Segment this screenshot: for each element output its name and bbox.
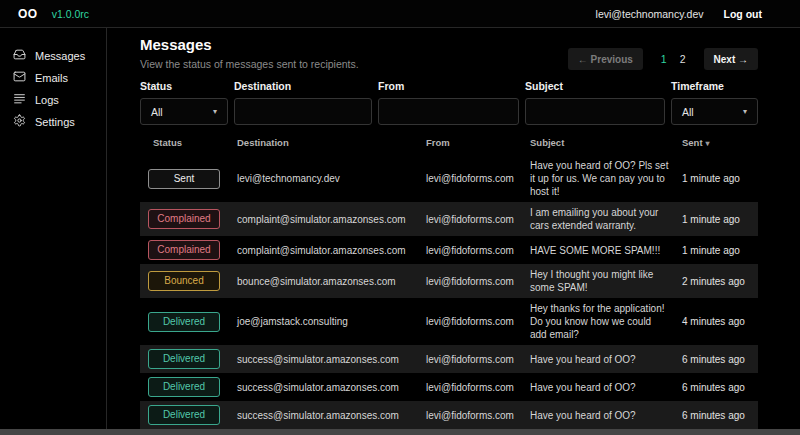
filter-from: From <box>378 80 519 125</box>
column-header-from: From <box>426 137 530 148</box>
status-badge: Delivered <box>148 377 220 397</box>
row-subject: Have you heard of OO? <box>530 353 682 366</box>
filter-status: Status All ▾ <box>140 80 228 125</box>
row-destination: complaint@simulator.amazonses.com <box>237 245 426 256</box>
cell-status: Complained <box>140 209 237 229</box>
row-destination: success@simulator.amazonses.com <box>237 410 426 421</box>
row-from: levi@fidoforms.com <box>426 245 530 256</box>
page-header: Messages View the status of messages sen… <box>140 36 359 71</box>
row-subject: Have you heard of OO? <box>530 381 682 394</box>
sidebar-item-emails[interactable]: Emails <box>13 71 106 85</box>
filter-label-from: From <box>378 80 519 93</box>
next-page-button[interactable]: Next → <box>704 48 758 70</box>
topbar: OO v1.0.0rc levi@technomancy.dev Log out <box>0 0 800 28</box>
cell-status: Delivered <box>140 312 237 332</box>
column-header-sent[interactable]: Sent▾ <box>682 137 758 148</box>
app-logo: OO <box>18 7 38 21</box>
table-rows: Sent levi@technomancy.dev levi@fidoforms… <box>140 155 758 435</box>
sidebar-item-settings[interactable]: Settings <box>13 115 106 129</box>
filter-bar: Status All ▾ Destination From Subject Ti… <box>140 80 758 125</box>
mail-icon <box>13 69 26 87</box>
page-subtitle: View the status of messages sent to reci… <box>140 57 359 71</box>
sidebar-item-logs[interactable]: Logs <box>13 93 106 107</box>
status-select-value: All <box>151 106 163 118</box>
filter-label-status: Status <box>140 80 228 93</box>
table-row: Delivered success@simulator.amazonses.co… <box>140 345 758 373</box>
row-sent: 6 minutes ago <box>682 410 758 421</box>
cell-status: Delivered <box>140 377 237 397</box>
page-number-2[interactable]: 2 <box>680 53 686 65</box>
table-row: Bounced bounce@simulator.amazonses.com l… <box>140 264 758 298</box>
status-badge: Bounced <box>148 271 220 291</box>
row-subject: Hey thanks for the application! Do you k… <box>530 302 682 341</box>
version-label: v1.0.0rc <box>52 8 89 20</box>
sidebar-item-label: Emails <box>35 72 68 84</box>
row-from: levi@fidoforms.com <box>426 382 530 393</box>
row-from: levi@fidoforms.com <box>426 410 530 421</box>
row-destination: bounce@simulator.amazonses.com <box>237 276 426 287</box>
filter-subject: Subject <box>525 80 665 125</box>
cell-status: Delivered <box>140 405 237 425</box>
row-subject: Hey I thought you might like some SPAM! <box>530 268 682 294</box>
row-subject: I am emailing you about your cars extend… <box>530 206 682 232</box>
gear-icon <box>13 113 26 131</box>
cell-status: Bounced <box>140 271 237 291</box>
page-numbers: 1 2 <box>661 53 686 65</box>
inbox-icon <box>13 47 26 65</box>
previous-page-button[interactable]: ← Previous <box>568 48 643 70</box>
row-destination: success@simulator.amazonses.com <box>237 382 426 393</box>
page-number-1[interactable]: 1 <box>661 53 667 65</box>
row-subject: Have you heard of OO? <box>530 409 682 422</box>
row-sent: 1 minute ago <box>682 245 758 256</box>
page-title: Messages <box>140 36 359 54</box>
timeframe-select[interactable]: All ▾ <box>671 98 758 125</box>
timeframe-select-value: All <box>682 106 694 118</box>
user-email: levi@technomancy.dev <box>596 8 704 20</box>
cell-status: Complained <box>140 240 237 260</box>
sidebar-item-label: Messages <box>35 50 85 62</box>
from-input[interactable] <box>378 98 519 125</box>
table-header: Status Destination From Subject Sent▾ <box>140 137 758 155</box>
row-from: levi@fidoforms.com <box>426 173 530 184</box>
row-sent: 1 minute ago <box>682 214 758 225</box>
table-row: Delivered success@simulator.amazonses.co… <box>140 373 758 401</box>
cell-status: Delivered <box>140 349 237 369</box>
logs-icon <box>13 91 26 109</box>
row-subject: Have you heard of OO? Pls set it up for … <box>530 159 682 198</box>
filter-label-destination: Destination <box>234 80 372 93</box>
status-badge: Sent <box>148 169 220 189</box>
row-from: levi@fidoforms.com <box>426 354 530 365</box>
status-badge: Complained <box>148 209 220 229</box>
row-destination: complaint@simulator.amazonses.com <box>237 214 426 225</box>
sidebar-item-label: Logs <box>35 94 59 106</box>
status-select[interactable]: All ▾ <box>140 98 228 125</box>
filter-timeframe: Timeframe All ▾ <box>671 80 758 125</box>
destination-input[interactable] <box>234 98 372 125</box>
subject-input[interactable] <box>525 98 665 125</box>
filter-destination: Destination <box>234 80 372 125</box>
horizontal-scrollbar[interactable] <box>0 429 800 435</box>
table-row: Delivered success@simulator.amazonses.co… <box>140 401 758 429</box>
row-destination: joe@jamstack.consulting <box>237 316 426 327</box>
logout-button[interactable]: Log out <box>724 8 762 20</box>
row-from: levi@fidoforms.com <box>426 214 530 225</box>
sidebar: Messages Emails Logs <box>0 28 107 434</box>
column-header-status: Status <box>140 137 237 148</box>
row-sent: 1 minute ago <box>682 173 758 184</box>
status-badge: Complained <box>148 240 220 260</box>
chevron-down-icon: ▾ <box>213 107 217 116</box>
table-row: Sent levi@technomancy.dev levi@fidoforms… <box>140 155 758 202</box>
table-row: Complained complaint@simulator.amazonses… <box>140 202 758 236</box>
row-from: levi@fidoforms.com <box>426 316 530 327</box>
row-from: levi@fidoforms.com <box>426 276 530 287</box>
status-badge: Delivered <box>148 405 220 425</box>
row-sent: 6 minutes ago <box>682 382 758 393</box>
row-sent: 2 minutes ago <box>682 276 758 287</box>
status-badge: Delivered <box>148 349 220 369</box>
sidebar-item-messages[interactable]: Messages <box>13 49 106 63</box>
row-sent: 4 minutes ago <box>682 316 758 327</box>
chevron-down-icon: ▾ <box>743 107 747 116</box>
filter-label-subject: Subject <box>525 80 665 93</box>
row-subject: HAVE SOME MORE SPAM!!! <box>530 244 682 257</box>
main-content: Messages View the status of messages sen… <box>107 28 800 434</box>
